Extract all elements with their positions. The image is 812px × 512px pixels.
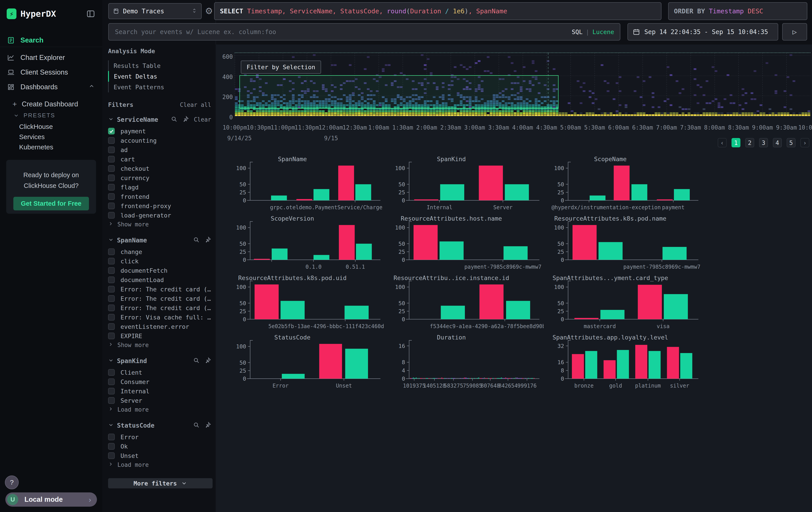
- sidebar-item-client-sessions[interactable]: Client Sessions: [0, 65, 102, 80]
- bar-baseline[interactable]: [281, 301, 304, 319]
- show-more-button[interactable]: Load more: [108, 405, 211, 414]
- filter-checkbox-row[interactable]: documentFetch: [108, 266, 211, 275]
- filter-checkbox-row[interactable]: ad: [108, 145, 211, 155]
- show-more-button[interactable]: Show more: [108, 220, 211, 229]
- sidebar-collapse-icon[interactable]: [86, 9, 95, 18]
- pin-icon[interactable]: [205, 236, 211, 244]
- filter-checkbox-row[interactable]: Unset: [108, 451, 211, 460]
- checkbox[interactable]: [108, 369, 115, 376]
- checkbox[interactable]: [108, 314, 115, 321]
- filter-group-header[interactable]: SpanName: [108, 236, 211, 244]
- presets-header[interactable]: PRESETS: [13, 112, 55, 119]
- bar-baseline[interactable]: [674, 189, 690, 200]
- bar-baseline[interactable]: [585, 351, 597, 379]
- bar-selection[interactable]: [414, 199, 438, 200]
- pin-icon[interactable]: [182, 116, 189, 123]
- filter-group-header[interactable]: ServiceNameClear: [108, 116, 211, 123]
- analysis-mode-event-patterns[interactable]: Event Patterns: [108, 82, 211, 92]
- bar-baseline[interactable]: [441, 306, 465, 319]
- checkbox[interactable]: [108, 388, 115, 395]
- page-button-1[interactable]: 1: [731, 138, 741, 147]
- checkbox[interactable]: [108, 443, 115, 450]
- prev-page-button[interactable]: ‹: [718, 138, 727, 147]
- search-icon[interactable]: [193, 357, 200, 365]
- sidebar-item-dashboards[interactable]: Dashboards: [0, 80, 102, 95]
- checkbox[interactable]: [108, 174, 115, 181]
- bar-baseline[interactable]: [680, 353, 692, 379]
- heatmap-selection[interactable]: [239, 75, 558, 109]
- bar-baseline[interactable]: [271, 195, 287, 200]
- filter-group-header[interactable]: StatusCode: [108, 422, 211, 429]
- help-button[interactable]: ?: [5, 476, 19, 489]
- bar-baseline[interactable]: [314, 255, 329, 260]
- sql-select-input[interactable]: SELECT Timestamp, ServiceName, StatusCod…: [214, 2, 662, 20]
- bar-baseline[interactable]: [617, 350, 629, 379]
- checkbox[interactable]: [108, 137, 115, 144]
- filter-checkbox-row[interactable]: currency: [108, 173, 211, 183]
- bar-baseline[interactable]: [600, 310, 624, 319]
- clear-filter-button[interactable]: Clear: [194, 116, 211, 123]
- order-by-input[interactable]: ORDER BY Timestamp DESC: [668, 2, 807, 20]
- filter-checkbox-row[interactable]: frontend-proxy: [108, 201, 211, 211]
- bar-baseline[interactable]: [503, 246, 528, 260]
- preset-item-clickhouse[interactable]: ClickHouse: [19, 122, 95, 132]
- filter-checkbox-row[interactable]: flagd: [108, 183, 211, 192]
- checkbox[interactable]: [108, 165, 115, 172]
- bar-baseline[interactable]: [440, 242, 464, 260]
- bar-selection[interactable]: [572, 354, 584, 379]
- checkbox[interactable]: [108, 295, 115, 302]
- source-select[interactable]: Demo Traces: [108, 3, 202, 19]
- local-mode-menu[interactable]: U Local mode ›: [5, 492, 97, 507]
- more-filters-button[interactable]: More filters: [108, 478, 212, 488]
- bar-baseline[interactable]: [314, 189, 329, 200]
- bar-selection[interactable]: [254, 259, 270, 260]
- pin-icon[interactable]: [205, 357, 211, 365]
- page-button-2[interactable]: 2: [745, 138, 754, 147]
- bar-baseline[interactable]: [599, 242, 622, 260]
- checkbox[interactable]: [108, 184, 115, 191]
- filter-checkbox-row[interactable]: Consumer: [108, 377, 211, 386]
- gear-icon[interactable]: ⚙: [205, 6, 213, 16]
- bar-baseline[interactable]: [282, 374, 305, 379]
- bar-baseline[interactable]: [590, 195, 605, 200]
- bar-baseline[interactable]: [664, 294, 688, 319]
- bar-baseline[interactable]: [345, 306, 369, 319]
- bar-selection[interactable]: [573, 225, 597, 260]
- bar-baseline[interactable]: [355, 184, 371, 200]
- checkbox[interactable]: [108, 248, 115, 255]
- checkbox[interactable]: [108, 452, 115, 459]
- filter-checkbox-row[interactable]: documentLoad: [108, 275, 211, 285]
- analysis-mode-event-deltas[interactable]: Event Deltas: [108, 71, 211, 82]
- search-icon[interactable]: [193, 422, 200, 429]
- checkbox[interactable]: [108, 378, 115, 385]
- bar-baseline[interactable]: [356, 244, 372, 260]
- filter-checkbox-row[interactable]: click: [108, 257, 211, 266]
- search-icon[interactable]: [171, 116, 177, 123]
- checkbox-checked[interactable]: [108, 128, 115, 134]
- filter-checkbox-row[interactable]: Internal: [108, 386, 211, 396]
- bar-baseline[interactable]: [506, 301, 530, 319]
- checkbox[interactable]: [108, 212, 115, 219]
- filter-checkbox-row[interactable]: EXPIRE: [108, 331, 211, 341]
- filter-checkbox-row[interactable]: eventListener.error: [108, 322, 211, 331]
- bar-selection[interactable]: [479, 166, 503, 200]
- bar-baseline[interactable]: [632, 184, 647, 200]
- search-icon[interactable]: [193, 236, 200, 244]
- bar-baseline[interactable]: [440, 184, 464, 200]
- create-dashboard-button[interactable]: + Create Dashboard: [12, 100, 78, 108]
- run-query-button[interactable]: ▷: [782, 23, 807, 41]
- next-page-button[interactable]: ›: [801, 138, 809, 147]
- sql-toggle[interactable]: SQL: [572, 28, 583, 35]
- bar-selection[interactable]: [657, 199, 673, 200]
- page-button-5[interactable]: 5: [787, 138, 795, 147]
- filter-checkbox-row[interactable]: payment: [108, 127, 211, 136]
- bar-selection[interactable]: [339, 225, 355, 260]
- filter-checkbox-row[interactable]: Server: [108, 396, 211, 405]
- filter-checkbox-row[interactable]: checkout: [108, 164, 211, 173]
- page-button-3[interactable]: 3: [759, 138, 768, 147]
- filter-checkbox-row[interactable]: Error: Visa cache full: …: [108, 313, 211, 322]
- checkbox[interactable]: [108, 258, 115, 265]
- checkbox[interactable]: [108, 156, 115, 162]
- search-bar[interactable]: SQL | Lucene: [108, 23, 620, 41]
- bar-selection[interactable]: [575, 318, 599, 319]
